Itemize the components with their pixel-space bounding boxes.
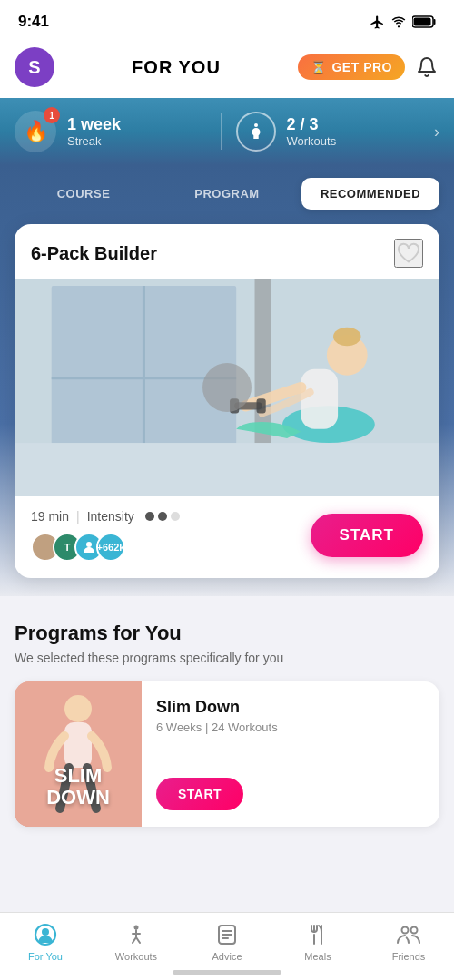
streak-banner: 🔥 1 1 week Streak 2 / 3 Workouts ›	[0, 98, 454, 165]
svg-point-13	[333, 328, 361, 346]
workouts-count: 2 / 3	[287, 115, 337, 134]
tab-recommended[interactable]: RECOMMENDED	[301, 178, 439, 210]
dot-2	[158, 512, 167, 521]
tab-row: COURSE PROGRAM RECOMMENDED	[0, 165, 454, 224]
nav-item-for-you[interactable]: For You	[0, 922, 91, 962]
card-footer: 19 min | Intensity T	[15, 496, 439, 578]
svg-rect-1	[434, 19, 436, 24]
dot-1	[145, 512, 154, 521]
workout-duration: 19 min	[31, 509, 69, 524]
intensity-dots	[145, 512, 180, 521]
svg-rect-20	[64, 722, 92, 768]
get-pro-label: GET PRO	[331, 60, 392, 74]
svg-rect-16	[257, 398, 266, 413]
streak-item: 🔥 1 1 week Streak	[15, 111, 206, 152]
meals-icon	[306, 922, 330, 947]
notifications-button[interactable]	[414, 54, 439, 80]
favorite-button[interactable]	[394, 239, 423, 268]
header-actions: ⏳ GET PRO	[298, 54, 439, 80]
workout-card: 6-Pack Builder	[15, 224, 439, 578]
svg-point-22	[42, 928, 49, 936]
header-title: FOR YOU	[132, 57, 221, 78]
intensity-label: Intensity	[87, 509, 134, 524]
wifi-icon	[390, 15, 407, 28]
program-details: 6 Weeks | 24 Workouts	[156, 720, 425, 734]
nav-label-friends: Friends	[392, 951, 426, 962]
get-pro-button[interactable]: ⏳ GET PRO	[298, 54, 405, 80]
status-icons	[370, 15, 436, 30]
dot-3	[171, 512, 180, 521]
nav-item-meals[interactable]: Meals	[272, 922, 363, 962]
program-start-button[interactable]: START	[156, 778, 243, 810]
svg-point-3	[254, 123, 258, 127]
svg-rect-2	[414, 18, 431, 26]
programs-title: Programs for You	[15, 622, 439, 645]
streak-text: 1 week Streak	[67, 115, 121, 148]
workouts-label: Workouts	[287, 134, 337, 148]
programs-section: Programs for You We selected these progr…	[0, 596, 454, 917]
battery-icon	[412, 15, 436, 28]
workout-meta-row: 19 min | Intensity	[31, 509, 180, 524]
workouts-item: 2 / 3 Workouts	[236, 112, 428, 152]
svg-point-19	[64, 695, 92, 722]
program-image-text: SLIMDOWN	[15, 765, 142, 808]
status-bar: 9:41	[0, 0, 454, 40]
card-header: 6-Pack Builder	[15, 224, 439, 279]
status-time: 9:41	[18, 13, 49, 31]
streak-count: 1 week	[67, 115, 121, 134]
programs-subtitle: We selected these programs specifically …	[15, 651, 439, 665]
card-meta: 19 min | Intensity T	[31, 509, 180, 562]
program-name: Slim Down	[156, 698, 425, 717]
svg-point-23	[134, 926, 139, 930]
participant-count: +662k	[96, 533, 125, 562]
nav-label-meals: Meals	[304, 951, 331, 962]
app-header: S FOR YOU ⏳ GET PRO	[0, 40, 454, 98]
nav-label-for-you: For You	[28, 951, 63, 962]
nav-item-advice[interactable]: Advice	[182, 922, 272, 962]
plane-icon	[370, 15, 385, 30]
home-indicator	[173, 970, 281, 975]
svg-line-26	[136, 937, 140, 943]
nav-item-friends[interactable]: Friends	[363, 922, 454, 962]
play-button[interactable]	[202, 363, 252, 412]
workout-image	[15, 279, 439, 496]
streak-icon-wrapper: 🔥 1	[15, 111, 56, 152]
program-image-title: SLIMDOWN	[15, 765, 142, 808]
svg-rect-11	[301, 369, 338, 429]
svg-point-36	[411, 927, 418, 934]
hourglass-icon: ⏳	[311, 60, 327, 74]
streak-label: Streak	[67, 134, 121, 148]
svg-point-17	[86, 542, 92, 547]
workouts-icon	[124, 922, 148, 947]
avatar[interactable]: S	[15, 47, 54, 87]
program-info: Slim Down 6 Weeks | 24 Workouts START	[142, 681, 439, 827]
program-card-slim-down: SLIMDOWN Slim Down 6 Weeks | 24 Workouts…	[15, 681, 439, 827]
workout-circle-icon	[236, 112, 276, 152]
program-image: SLIMDOWN	[15, 681, 142, 827]
friends-icon	[396, 922, 421, 947]
svg-rect-9	[15, 443, 439, 496]
meta-divider: |	[76, 509, 80, 524]
content-area: COURSE PROGRAM RECOMMENDED 6-Pack Builde…	[0, 165, 454, 596]
streak-divider	[221, 113, 222, 150]
svg-point-35	[402, 927, 409, 934]
advice-icon	[215, 922, 239, 947]
tab-program[interactable]: PROGRAM	[158, 178, 296, 210]
nav-label-advice: Advice	[212, 951, 242, 962]
streak-arrow-icon[interactable]: ›	[434, 122, 439, 142]
streak-badge: 1	[44, 107, 60, 123]
start-workout-button[interactable]: START	[311, 514, 423, 557]
workouts-text: 2 / 3 Workouts	[287, 115, 337, 148]
for-you-icon	[34, 922, 57, 947]
tab-course[interactable]: COURSE	[15, 178, 153, 210]
nav-item-workouts[interactable]: Workouts	[91, 922, 182, 962]
nav-label-workouts: Workouts	[115, 951, 157, 962]
workout-title: 6-Pack Builder	[31, 243, 157, 264]
participant-avatars: T +662k	[31, 533, 180, 562]
